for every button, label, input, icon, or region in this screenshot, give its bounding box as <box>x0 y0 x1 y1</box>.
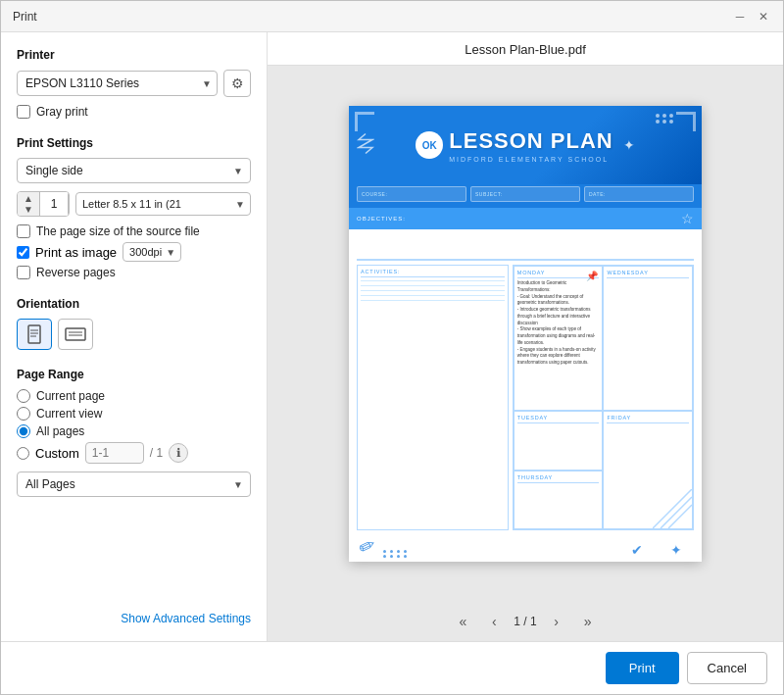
advanced-settings-link[interactable]: Show Advanced Settings <box>17 596 251 625</box>
lp-ok-badge: OK <box>416 131 443 159</box>
dpi-select-wrapper: 300dpi 150dpi 72dpi ▼ <box>122 242 181 262</box>
page-size-label[interactable]: The page size of the source file <box>36 224 200 238</box>
title-bar-controls: ─ ✕ <box>732 9 771 25</box>
print-as-image-label[interactable]: Print as image <box>35 245 117 260</box>
print-settings-section-label: Print Settings <box>17 136 251 150</box>
custom-range-input[interactable] <box>85 442 144 464</box>
print-dialog: Print ─ ✕ Printer EPSON L3110 Series ▼ ⚙ <box>0 0 784 695</box>
lp-subtitle: MIDFORD ELEMENTARY SCHOOL <box>449 156 609 163</box>
current-view-radio[interactable] <box>17 407 30 421</box>
all-pages-label[interactable]: All pages <box>36 424 84 438</box>
current-page-label[interactable]: Current page <box>36 389 105 403</box>
gray-print-label[interactable]: Gray print <box>36 105 88 119</box>
all-pages-dropdown-wrapper: All Pages Odd Pages Even Pages ▼ <box>17 472 251 497</box>
print-button[interactable]: Print <box>606 652 679 684</box>
copies-spinner: ▲▼ <box>17 191 70 217</box>
all-pages-radio[interactable] <box>17 424 30 438</box>
left-panel: Printer EPSON L3110 Series ▼ ⚙ Gray prin… <box>1 32 268 641</box>
printer-row: EPSON L3110 Series ▼ ⚙ <box>17 70 251 97</box>
preview-filename: Lesson Plan-Blue.pdf <box>465 42 586 57</box>
page-size-checkbox[interactable] <box>17 224 30 238</box>
side-select-wrapper: Single side ▼ <box>17 158 251 183</box>
portrait-button[interactable] <box>17 319 52 350</box>
reverse-pages-row: Reverse pages <box>17 266 251 279</box>
current-page-radio[interactable] <box>17 389 30 403</box>
dialog-body: Printer EPSON L3110 Series ▼ ⚙ Gray prin… <box>1 32 783 641</box>
custom-row: Custom / 1 ℹ <box>17 442 251 464</box>
print-as-image-checkbox[interactable] <box>17 246 29 259</box>
gray-print-checkbox[interactable] <box>17 105 30 119</box>
gray-print-row: Gray print <box>17 105 251 119</box>
page-size-row: The page size of the source file <box>17 224 251 238</box>
dialog-footer: Print Cancel <box>1 641 783 694</box>
custom-label[interactable]: Custom <box>35 446 79 461</box>
paper-select[interactable]: Letter 8.5 x 11 in (21 <box>75 192 251 216</box>
cancel-button[interactable]: Cancel <box>687 652 767 684</box>
svg-line-7 <box>653 489 692 528</box>
printer-section-label: Printer <box>17 48 251 62</box>
svg-rect-4 <box>66 328 85 340</box>
orientation-section-label: Orientation <box>17 297 251 311</box>
reverse-pages-label[interactable]: Reverse pages <box>36 266 116 279</box>
all-pages-dropdown[interactable]: All Pages Odd Pages Even Pages <box>17 472 251 497</box>
copies-input[interactable] <box>39 191 69 217</box>
current-view-row: Current view <box>17 407 251 421</box>
lp-title-text: LESSON PLAN <box>449 128 612 154</box>
first-page-button[interactable]: « <box>451 610 474 633</box>
print-as-image-row: Print as image 300dpi 150dpi 72dpi ▼ <box>17 242 251 262</box>
lesson-plan-preview: OK LESSON PLAN MIDFORD ELEMENTARY SCHOOL… <box>349 106 702 562</box>
current-view-label[interactable]: Current view <box>36 407 102 421</box>
minimize-button[interactable]: ─ <box>732 9 748 25</box>
svg-line-8 <box>661 497 692 528</box>
printer-select-wrapper: EPSON L3110 Series ▼ <box>17 71 218 96</box>
reverse-pages-checkbox[interactable] <box>17 266 30 279</box>
preview-header: Lesson Plan-Blue.pdf <box>268 32 783 66</box>
lp-title: OK LESSON PLAN MIDFORD ELEMENTARY SCHOOL… <box>416 128 634 163</box>
current-page-row: Current page <box>17 389 251 403</box>
prev-page-button[interactable]: ‹ <box>482 610 506 633</box>
preview-area: OK LESSON PLAN MIDFORD ELEMENTARY SCHOOL… <box>268 66 783 602</box>
orientation-row <box>17 319 251 350</box>
dpi-select[interactable]: 300dpi 150dpi 72dpi <box>122 242 181 262</box>
custom-radio[interactable] <box>17 447 29 460</box>
side-select[interactable]: Single side <box>17 158 251 183</box>
svg-rect-0 <box>28 325 40 343</box>
copies-row: ▲▼ Letter 8.5 x 11 in (21 ▼ <box>17 191 251 217</box>
page-range-section-label: Page Range <box>17 368 251 381</box>
title-bar: Print ─ ✕ <box>1 1 783 32</box>
page-preview: OK LESSON PLAN MIDFORD ELEMENTARY SCHOOL… <box>349 106 702 562</box>
printer-settings-button[interactable]: ⚙ <box>223 70 251 97</box>
landscape-button[interactable] <box>58 319 93 350</box>
copies-decrement-button[interactable]: ▲▼ <box>18 191 39 217</box>
preview-navigation: « ‹ 1 / 1 › » <box>268 602 783 641</box>
custom-info-button[interactable]: ℹ <box>169 443 188 463</box>
all-pages-row: All pages <box>17 424 251 438</box>
paper-select-wrapper: Letter 8.5 x 11 in (21 ▼ <box>75 192 251 216</box>
lp-header: OK LESSON PLAN MIDFORD ELEMENTARY SCHOOL… <box>349 106 702 184</box>
last-page-button[interactable]: » <box>576 610 600 633</box>
custom-total: / 1 <box>150 446 163 460</box>
printer-select[interactable]: EPSON L3110 Series <box>17 71 218 96</box>
close-button[interactable]: ✕ <box>756 9 771 25</box>
right-panel: Lesson Plan-Blue.pdf <box>268 32 783 641</box>
page-indicator: 1 / 1 <box>514 615 536 628</box>
dialog-title: Print <box>13 10 37 24</box>
next-page-button[interactable]: › <box>545 610 568 633</box>
